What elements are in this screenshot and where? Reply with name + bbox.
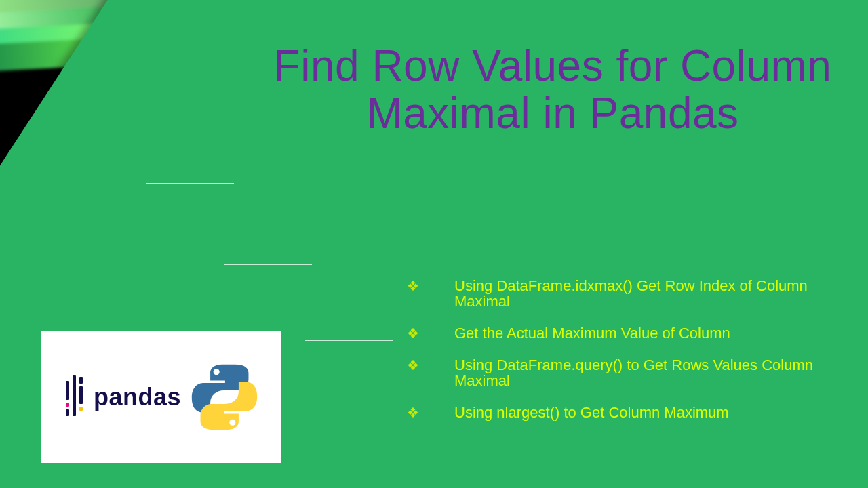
list-item-text: Using nlargest() to Get Column Maximum: [454, 405, 834, 420]
diamond-bullet-icon: ❖: [407, 406, 419, 420]
divider-line: [305, 340, 393, 341]
bullet-list: ❖ Using DataFrame.idxmax() Get Row Index…: [407, 278, 834, 437]
pandas-wordmark: pandas: [94, 383, 181, 411]
svg-point-1: [229, 419, 235, 425]
list-item-text: Get the Actual Maximum Value of Column: [454, 325, 834, 341]
list-item-text: Using DataFrame.idxmax() Get Row Index o…: [454, 278, 834, 309]
diamond-bullet-icon: ❖: [407, 327, 419, 341]
diamond-bullet-icon: ❖: [407, 279, 419, 293]
list-item: ❖ Using DataFrame.idxmax() Get Row Index…: [407, 278, 834, 309]
list-item: ❖ Using nlargest() to Get Column Maximum: [407, 405, 834, 420]
divider-line: [180, 108, 268, 108]
list-item: ❖ Using DataFrame.query() to Get Rows Va…: [407, 357, 834, 388]
divider-line: [224, 264, 312, 265]
content-layer: Find Row Values for Column Maximal in Pa…: [0, 0, 868, 488]
diamond-bullet-icon: ❖: [407, 359, 419, 373]
pandas-bars-icon: [64, 375, 87, 419]
slide: Find Row Values for Column Maximal in Pa…: [0, 0, 868, 488]
slide-title: Find Row Values for Column Maximal in Pa…: [268, 42, 837, 138]
pandas-logo: pandas: [64, 375, 181, 419]
svg-point-0: [214, 369, 220, 375]
list-item: ❖ Get the Actual Maximum Value of Column: [407, 325, 834, 341]
list-item-text: Using DataFrame.query() to Get Rows Valu…: [454, 357, 834, 388]
divider-line: [146, 183, 234, 184]
pandas-python-logo-card: pandas: [41, 331, 281, 463]
python-logo-icon: [191, 363, 258, 431]
